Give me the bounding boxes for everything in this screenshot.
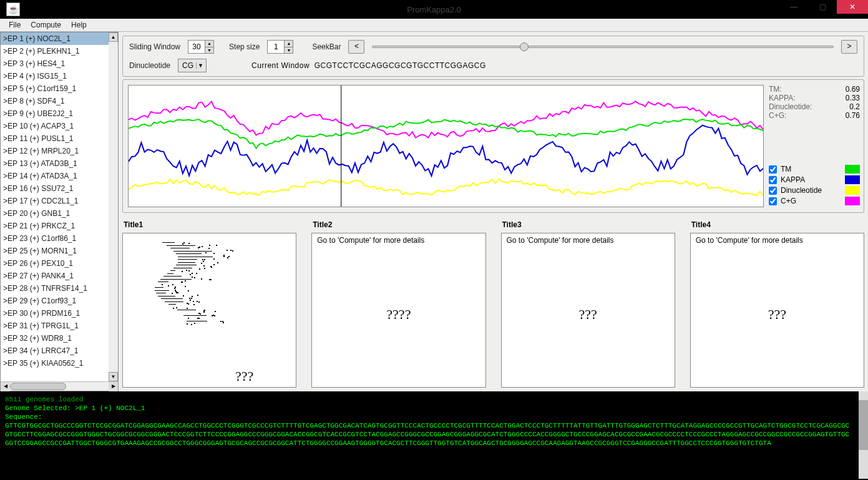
main-chart[interactable] [128, 85, 764, 207]
spinner-up-icon[interactable]: ▲ [205, 41, 213, 47]
list-item[interactable]: >EP 32 (+) WDR8_1 [1, 332, 118, 345]
stat-tm-value: 0.69 [846, 85, 860, 94]
list-item[interactable]: >EP 34 (+) LRRC47_1 [1, 345, 118, 357]
list-item[interactable]: >EP 30 (+) PRDM16_1 [1, 307, 118, 320]
seek-next-button[interactable]: > [841, 40, 857, 54]
menu-compute[interactable]: Compute [26, 19, 66, 31]
panel-1-title: Title1 [122, 219, 296, 230]
panel-4-big: ??? [696, 245, 859, 384]
list-item[interactable]: >EP 27 (+) PANK4_1 [1, 270, 118, 282]
list-item[interactable]: >EP 11 (+) PUSL1_1 [1, 132, 118, 145]
panel-3-msg: Go to 'Compute' for more details [507, 236, 670, 245]
list-item[interactable]: >EP 10 (+) ACAP3_1 [1, 120, 118, 132]
legend-cg-checkbox[interactable] [769, 197, 777, 205]
step-size-spinner[interactable]: ▲▼ [267, 40, 293, 54]
list-item[interactable]: >EP 4 (+) ISG15_1 [1, 70, 118, 82]
legend-kappa-checkbox[interactable] [769, 176, 777, 184]
list-item[interactable]: >EP 17 (+) CDC2L1_1 [1, 195, 118, 207]
current-window-label: Current Window [251, 61, 310, 70]
list-item[interactable]: >EP 28 (+) TNFRSF14_1 [1, 282, 118, 295]
legend-tm-label: TM [781, 165, 791, 174]
list-item[interactable]: >EP 2 (+) PLEKHN1_1 [1, 45, 118, 57]
list-item[interactable]: >EP 25 (+) MORN1_1 [1, 245, 118, 257]
legend-tm-checkbox[interactable] [769, 165, 777, 174]
console-vscroll[interactable] [859, 391, 868, 479]
seek-prev-button[interactable]: < [348, 40, 364, 54]
list-item[interactable]: >EP 31 (+) TPRG1L_1 [1, 320, 118, 332]
window-title: PromKappa2.0 [407, 5, 461, 14]
console-vscroll-thumb[interactable] [859, 400, 868, 450]
list-item[interactable]: >EP 1 (+) NOC2L_1 [1, 32, 118, 45]
panel-3-body: Go to 'Compute' for more details ??? [501, 233, 675, 388]
seek-slider[interactable] [372, 40, 834, 54]
swatch-tm [845, 165, 860, 174]
spinner-up-icon[interactable]: ▲ [284, 41, 293, 47]
genome-list: ▲ ▼ >EP 1 (+) NOC2L_1>EP 2 (+) PLEKHN1_1… [0, 32, 119, 391]
controls-panel: Sliding Window ▲▼ Step size ▲▼ SeekBar <… [122, 36, 864, 77]
sliding-window-spinner[interactable]: ▲▼ [188, 40, 214, 54]
console-output: 8511 genomes loadedGenome Selected: >EP … [0, 391, 868, 479]
list-item[interactable]: >EP 21 (+) PRKCZ_1 [1, 220, 118, 232]
swatch-kappa [845, 175, 860, 184]
list-item[interactable]: >EP 3 (+) HES4_1 [1, 57, 118, 70]
list-scroll-up-icon[interactable]: ▲ [109, 32, 118, 42]
console-line: Sequence: [5, 413, 863, 421]
seek-slider-thumb[interactable] [520, 42, 529, 51]
spinner-down-icon[interactable]: ▼ [205, 47, 213, 54]
stat-kappa-label: KAPPA: [769, 94, 795, 102]
menu-file[interactable]: File [4, 19, 26, 31]
maximize-button[interactable]: ▢ [808, 0, 837, 14]
legend-kappa-label: KAPPA [781, 175, 805, 184]
hscroll-left-icon[interactable]: ◀ [1, 382, 10, 391]
panel-1-body: ??? [122, 233, 296, 388]
list-item[interactable]: >EP 29 (+) C1orf93_1 [1, 295, 118, 307]
spinner-down-icon[interactable]: ▼ [284, 47, 293, 54]
stat-din-label: Dinucleotide: [769, 102, 812, 111]
dinucleotide-select[interactable]: CG ▼ [178, 59, 207, 72]
menu-bar: File Compute Help [0, 19, 868, 32]
close-button[interactable]: ✕ [837, 0, 868, 14]
list-item[interactable]: >EP 9 (+) UBE2J2_1 [1, 107, 118, 120]
seekbar-label: SeekBar [312, 42, 341, 51]
list-item[interactable]: >EP 13 (+) ATAD3B_1 [1, 157, 118, 170]
current-window-value: GCGTCCTCGCAGGCGCGTGCCTTCGGAGCG [315, 61, 486, 70]
legend-din-checkbox[interactable] [769, 187, 777, 195]
list-item[interactable]: >EP 14 (+) ATAD3A_1 [1, 170, 118, 182]
stat-cg-value: 0.76 [846, 111, 860, 120]
list-item[interactable]: >EP 20 (+) GNB1_1 [1, 207, 118, 220]
panel-2-body: Go to 'Compute' for more details ???? [311, 233, 485, 388]
list-scroll-track[interactable] [109, 42, 118, 372]
list-item[interactable]: >EP 8 (+) SDF4_1 [1, 95, 118, 107]
console-line: GTTCGTGGCGCTGGCCCGGTCTCCGCGGATCGGAGGCGAA… [5, 421, 863, 448]
list-item[interactable]: >EP 26 (+) PEX10_1 [1, 257, 118, 270]
sliding-window-label: Sliding Window [129, 42, 180, 51]
menu-help[interactable]: Help [66, 19, 92, 31]
window-titlebar: ☕ PromKappa2.0 — ▢ ✕ [0, 0, 868, 19]
list-item[interactable]: >EP 35 (+) KIAA0562_1 [1, 357, 118, 370]
console-line: 8511 genomes loaded [5, 395, 863, 404]
panel-2-big: ???? [317, 245, 480, 384]
java-icon: ☕ [6, 2, 20, 16]
stat-din-value: 0.2 [849, 102, 860, 111]
dinucleotide-value: CG [182, 61, 193, 70]
list-hscroll[interactable]: ◀ ▶ [1, 381, 118, 391]
panel-2-msg: Go to 'Compute' for more details [317, 236, 480, 245]
hscroll-thumb[interactable] [10, 383, 66, 390]
stat-kappa-value: 0.33 [846, 94, 860, 102]
minimize-button[interactable]: — [779, 0, 808, 14]
panel-4-body: Go to 'Compute' for more details ??? [690, 233, 864, 388]
panel-4-msg: Go to 'Compute' for more details [696, 236, 859, 245]
list-item[interactable]: >EP 5 (+) C1orf159_1 [1, 82, 118, 95]
hscroll-right-icon[interactable]: ▶ [109, 382, 118, 391]
list-scroll-down-icon[interactable]: ▼ [109, 372, 118, 381]
swatch-cg [845, 197, 860, 205]
sliding-window-input[interactable] [188, 41, 205, 53]
stat-tm-label: TM: [769, 85, 782, 94]
list-item[interactable]: >EP 12 (+) MRPL20_1 [1, 145, 118, 157]
list-item[interactable]: >EP 16 (+) SSU72_1 [1, 182, 118, 195]
scatter-plot [128, 236, 291, 310]
step-size-input[interactable] [268, 41, 284, 53]
list-item[interactable]: >EP 23 (+) C1orf86_1 [1, 232, 118, 245]
panel-2-title: Title2 [311, 219, 485, 230]
stat-cg-label: C+G: [769, 111, 786, 120]
